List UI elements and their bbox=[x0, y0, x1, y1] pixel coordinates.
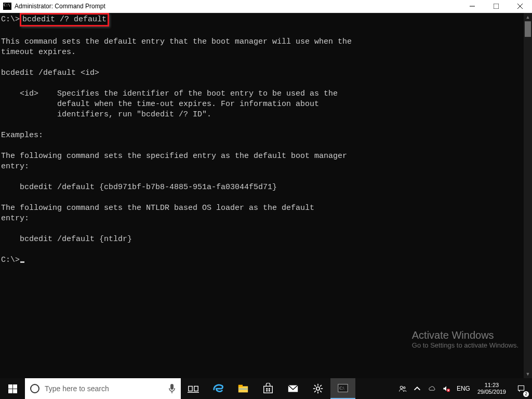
microphone-icon[interactable] bbox=[168, 384, 176, 393]
svg-rect-6 bbox=[8, 389, 12, 393]
settings-button[interactable] bbox=[305, 378, 330, 399]
onedrive-icon[interactable] bbox=[424, 378, 439, 399]
cmd-icon bbox=[3, 3, 11, 10]
cortana-icon bbox=[30, 384, 39, 393]
svg-point-33 bbox=[400, 386, 403, 389]
cmd-taskbar-button[interactable]: C:\ bbox=[330, 378, 355, 399]
prompt-1: C:\> bbox=[1, 15, 20, 24]
title-bar: Administrator: Command Prompt bbox=[0, 0, 532, 13]
svg-line-27 bbox=[314, 385, 316, 387]
watermark-line2: Go to Settings to activate Windows. bbox=[412, 341, 518, 349]
people-icon[interactable] bbox=[395, 378, 410, 399]
window-title: Administrator: Command Prompt bbox=[15, 3, 105, 10]
edge-button[interactable] bbox=[206, 378, 231, 399]
language-indicator[interactable]: ENG bbox=[454, 378, 473, 399]
svg-rect-4 bbox=[8, 384, 12, 389]
task-view-button[interactable] bbox=[181, 378, 206, 399]
svg-rect-5 bbox=[13, 384, 17, 389]
svg-rect-14 bbox=[238, 385, 243, 388]
svg-rect-11 bbox=[194, 386, 198, 391]
search-placeholder: Type here to search bbox=[45, 384, 163, 393]
svg-point-22 bbox=[316, 387, 320, 390]
scroll-up-button[interactable]: ▲ bbox=[524, 13, 532, 21]
mail-button[interactable] bbox=[281, 378, 305, 399]
minimize-button[interactable] bbox=[460, 0, 484, 13]
svg-line-28 bbox=[320, 391, 322, 392]
svg-line-29 bbox=[314, 391, 316, 392]
close-button[interactable] bbox=[508, 0, 532, 13]
window: Administrator: Command Prompt C:\>bcdedi… bbox=[0, 0, 532, 399]
svg-rect-7 bbox=[13, 389, 17, 393]
svg-rect-10 bbox=[189, 386, 192, 391]
svg-rect-17 bbox=[266, 388, 268, 390]
system-tray: ENG 11:23 29/05/2019 2 bbox=[395, 378, 532, 399]
action-center-button[interactable]: 2 bbox=[510, 378, 532, 399]
prompt-2: C:\> bbox=[1, 256, 20, 264]
svg-line-30 bbox=[320, 385, 322, 387]
svg-text:C:\: C:\ bbox=[340, 386, 345, 391]
tray-expand-icon[interactable] bbox=[410, 378, 424, 399]
svg-rect-38 bbox=[518, 385, 524, 390]
svg-rect-1 bbox=[494, 4, 499, 9]
terminal-content: C:\>bcdedit /? default This command sets… bbox=[0, 13, 524, 378]
clock-time: 11:23 bbox=[485, 382, 499, 389]
svg-rect-20 bbox=[269, 390, 270, 392]
terminal-area[interactable]: C:\>bcdedit /? default This command sets… bbox=[0, 13, 532, 378]
watermark-line1: Activate Windows bbox=[412, 329, 518, 341]
start-button[interactable] bbox=[0, 378, 25, 399]
highlighted-command: bcdedit /? default bbox=[20, 13, 109, 26]
clock[interactable]: 11:23 29/05/2019 bbox=[473, 382, 510, 395]
scroll-down-button[interactable]: ▼ bbox=[524, 370, 532, 378]
activate-windows-watermark: Activate Windows Go to Settings to activ… bbox=[412, 329, 518, 349]
volume-icon[interactable] bbox=[439, 378, 454, 399]
file-explorer-button[interactable] bbox=[231, 378, 256, 399]
svg-point-34 bbox=[403, 387, 405, 389]
svg-rect-19 bbox=[266, 390, 268, 392]
taskbar-search[interactable]: Type here to search bbox=[25, 378, 181, 399]
taskbar: Type here to search C:\ bbox=[0, 378, 532, 399]
cursor bbox=[20, 261, 24, 263]
svg-rect-16 bbox=[264, 386, 273, 393]
maximize-button[interactable] bbox=[484, 0, 508, 13]
terminal-output: This command sets the default entry that… bbox=[1, 37, 352, 244]
clock-date: 29/05/2019 bbox=[477, 389, 506, 395]
notification-badge: 2 bbox=[523, 391, 529, 397]
vertical-scrollbar[interactable]: ▲ ▼ bbox=[524, 13, 532, 378]
scroll-thumb[interactable] bbox=[525, 21, 531, 37]
store-button[interactable] bbox=[256, 378, 281, 399]
svg-rect-8 bbox=[170, 384, 174, 390]
svg-rect-18 bbox=[269, 388, 270, 390]
svg-rect-15 bbox=[239, 389, 248, 389]
